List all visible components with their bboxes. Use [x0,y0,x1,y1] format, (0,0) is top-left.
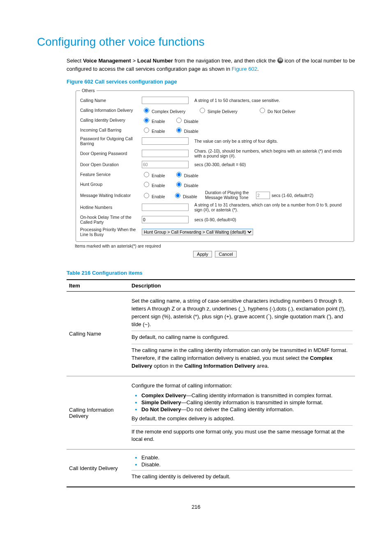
text: . [257,66,259,72]
cancel-button[interactable]: Cancel [215,251,236,257]
table-caption: Table 216 Configuration items [67,270,355,276]
label: Message Waiting Indicator [80,193,142,198]
radio-simple-delivery[interactable]: Simple Delivery [198,107,251,114]
label: Calling Name [80,98,142,103]
radio-disable[interactable]: Disable [174,119,198,124]
cell-desc: Set the calling name, a string of case-s… [129,292,355,376]
cell-item: Calling Information Delivery [67,376,129,449]
label: Door Open Duration [80,162,142,167]
text: —Calling identity information is transmi… [181,399,323,406]
apply-button[interactable]: Apply [193,251,212,257]
required-note: Items marked with an asterisk(*) are req… [75,243,355,248]
label: Hunt Group [80,182,142,187]
onhook-delay-input[interactable] [142,216,189,223]
cell-desc: Configure the format of calling informat… [129,376,355,449]
row-door-opening-password: Door Opening Password Chars. (2-10), sho… [80,147,350,160]
calling-name-input[interactable] [142,97,189,104]
row-hotline: Hotline Numbers A string of 1 to 31 char… [80,201,350,213]
label: Calling Information Delivery [80,108,142,113]
bold: Do Not Delivery [141,406,181,412]
outgoing-barring-password-input[interactable] [142,137,189,145]
radio-label: Enable [152,119,165,124]
page-title: Configuring other voice functions [37,35,355,49]
text: from the navigation tree, and then click… [173,58,277,64]
radio-label: Enable [152,129,165,134]
table-row: Calling Information Delivery Configure t… [67,376,355,449]
bold: Calling Information Delivery [184,363,256,369]
row-feature-service: Feature Service Enable Disable [80,169,350,179]
list-item: Disable. [141,461,353,468]
hint: secs (30-300, default = 60) [189,162,350,167]
text: By default, no calling name is configure… [131,334,353,341]
radio-enable[interactable]: Enable [142,126,166,134]
radio-label: Do Not Deliver [267,109,295,114]
label: On-hook Delay Time of the Called Party [80,215,142,225]
radio-label: Disable [183,194,197,199]
text: option in the [152,363,184,369]
row-calling-name: Calling Name A string of 1 to 50 charact… [80,95,350,105]
intro-paragraph: Select Voice Management > Local Number f… [67,57,355,73]
cell-item: Call Identity Delivery [67,450,129,487]
page-number: 216 [37,504,355,510]
radio-enable[interactable]: Enable [142,116,166,124]
text: > [131,58,137,64]
bullet-list: Complex Delivery—Calling identity inform… [131,392,353,412]
row-calling-identity-delivery: Calling Identity Delivery Enable Disable [80,115,350,125]
radio-label: Enable [152,194,165,199]
row-incoming-call-barring: Incoming Call Barring Enable Disable [80,125,350,135]
mwi-duration-input[interactable] [256,192,270,199]
config-table: Item Description Calling Name Set the ca… [67,279,355,487]
radio-label: Disable [184,129,198,134]
hotline-input[interactable] [142,204,189,211]
row-mwi: Message Waiting Indicator Enable Disable… [80,189,350,201]
row-hunt-group: Hunt Group Enable Disable [80,179,350,189]
radio-disable[interactable]: Disable [174,173,198,178]
hint: The value can only be a string of four d… [189,139,350,144]
radio-disable[interactable]: Disable [173,192,198,199]
text: Configure the format of calling informat… [131,382,353,390]
bold-voice-mgmt: Voice Management [83,58,131,64]
table-row: Call Identity Delivery Enable. Disable. … [67,450,355,487]
mwi-duration-label: Duration of Playing the Message Waiting … [205,190,256,200]
door-duration-input[interactable] [142,161,189,168]
bullet-list: Enable. Disable. [131,454,353,468]
door-password-input[interactable] [142,150,189,157]
bold-local-number: Local Number [137,58,173,64]
hint: secs (1-60, default=2) [272,193,314,198]
bold: Simple Delivery [141,399,181,406]
text: The calling name in the calling identity… [131,347,353,370]
fieldset-legend: Others [80,88,97,93]
radio-label: Complex Delivery [152,109,185,114]
hint: A string of 1 to 31 characters, which ca… [189,202,350,212]
figure-link[interactable]: Figure 602 [232,66,257,72]
figure-caption: Figure 602 Call services configuration p… [67,79,355,85]
bold: Complex Delivery [141,392,186,399]
radio-label: Disable [184,173,198,178]
th-desc: Description [129,280,355,292]
radio-do-not-deliver[interactable]: Do Not Deliver [258,107,295,114]
radio-enable[interactable]: Enable [142,181,166,188]
button-row: Apply Cancel [75,251,355,257]
priority-select[interactable]: Hunt Group > Call Forwarding > Call Wait… [142,229,253,235]
list-item: Do Not Delivery—Do not deliver the Calli… [141,406,353,412]
row-door-open-duration: Door Open Duration secs (30-300, default… [80,160,350,169]
label: Feature Service [80,172,142,177]
label: Calling Identity Delivery [80,118,142,123]
row-processing-priority: Processing Priority When the Line Is Bus… [80,226,350,238]
text: area. [255,363,269,369]
cell-desc: Enable. Disable. The calling identity is… [129,450,355,487]
text: —Calling identity information is transmi… [186,392,332,399]
list-item: Complex Delivery—Calling identity inform… [141,392,353,399]
radio-label: Enable [152,183,165,188]
table-row: Calling Name Set the calling name, a str… [67,292,355,376]
radio-label: Disable [184,119,198,124]
radio-complex-delivery[interactable]: Complex Delivery [142,107,191,114]
row-password-outgoing-barring: Password for Outgoing Call Barring The v… [80,135,350,147]
list-item: Enable. [141,454,353,461]
radio-enable[interactable]: Enable [142,171,166,178]
radio-enable[interactable]: Enable [142,192,166,199]
radio-disable[interactable]: Disable [174,129,198,134]
radio-disable[interactable]: Disable [174,183,198,188]
th-item: Item [67,280,129,292]
label: Password for Outgoing Call Barring [80,136,142,146]
